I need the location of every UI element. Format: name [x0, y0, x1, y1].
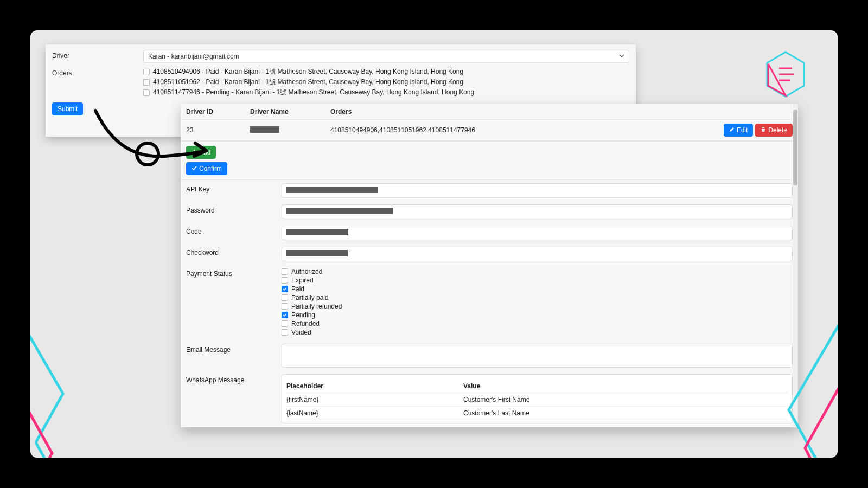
submit-button[interactable]: Submit: [52, 102, 83, 115]
placeholder-table: PlaceholderValue {firstName}Customer's F…: [286, 380, 788, 420]
cell-driver-id: 23: [186, 126, 250, 134]
password-input[interactable]: [282, 204, 793, 219]
api-key-label: API Key: [186, 183, 282, 193]
delete-button[interactable]: Delete: [755, 124, 793, 137]
placeholder-key: {lastName}: [286, 409, 463, 417]
checkword-label: Checkword: [186, 247, 282, 256]
checkbox-icon[interactable]: [282, 320, 288, 327]
checkbox-icon[interactable]: [282, 329, 288, 336]
chevron-down-icon: [619, 53, 624, 60]
status-label: Partially paid: [291, 294, 329, 301]
placeholder-value: Customer's Last Name: [463, 409, 788, 417]
redacted-value: [286, 229, 348, 235]
stage: Driver Karan - karanbijani@gmail.com Ord…: [30, 30, 838, 458]
order-text: 4108510494906 - Paid - Karan Bijani - 1號…: [153, 67, 463, 76]
status-label: Voided: [291, 329, 311, 336]
scrollbar-track[interactable]: [793, 104, 798, 427]
status-checkbox-row[interactable]: Partially refunded: [282, 303, 793, 310]
placeholder-row: {lastName}Customer's Last Name: [286, 407, 788, 420]
orders-label: Orders: [52, 67, 143, 77]
status-label: Refunded: [291, 320, 320, 328]
checkbox-icon[interactable]: [143, 69, 150, 75]
status-label: Expired: [291, 277, 314, 284]
status-checkbox-row[interactable]: Partially paid: [282, 294, 793, 301]
redacted-value: [286, 208, 393, 214]
edit-icon: [729, 126, 735, 134]
email-message-label: Email Message: [186, 344, 282, 354]
checkbox-icon[interactable]: [282, 294, 288, 301]
whatsapp-message-label: WhatsApp Message: [186, 374, 282, 384]
col-driver-name: Driver Name: [250, 108, 330, 115]
redacted-value: [286, 187, 378, 193]
col-placeholder: Placeholder: [286, 382, 463, 390]
edit-button[interactable]: Edit: [724, 124, 754, 137]
placeholder-row: {firstName}Customer's First Name: [286, 393, 788, 407]
whatsapp-message-input[interactable]: PlaceholderValue {firstName}Customer's F…: [282, 374, 793, 423]
api-key-input[interactable]: [282, 183, 793, 198]
confirm-button[interactable]: Confirm: [186, 162, 227, 175]
payment-status-label: Payment Status: [186, 268, 282, 278]
col-orders: Orders: [330, 108, 684, 115]
order-checkbox-row[interactable]: 4108510494906 - Paid - Karan Bijani - 1號…: [143, 67, 629, 76]
col-value: Value: [463, 382, 788, 390]
status-checkbox-row[interactable]: Voided: [282, 329, 793, 336]
status-checkbox-row[interactable]: Refunded: [282, 320, 793, 328]
status-checkbox-row[interactable]: Expired: [282, 277, 793, 284]
status-label: Authorized: [291, 268, 322, 275]
cell-orders: 4108510494906,4108511051962,410851147794…: [330, 126, 684, 134]
driver-table: Driver ID Driver Name Orders 23 41085104…: [181, 104, 798, 142]
code-input[interactable]: [282, 226, 793, 240]
check-icon: [192, 165, 197, 172]
checkword-input[interactable]: [282, 247, 793, 261]
redacted-name: [250, 126, 279, 133]
order-text: 4108511051962 - Paid - Karan Bijani - 1號…: [153, 78, 463, 87]
deco-left: [30, 291, 117, 458]
driver-select[interactable]: Karan - karanbijani@gmail.com: [143, 50, 629, 63]
driver-select-value: Karan - karanbijani@gmail.com: [148, 53, 239, 60]
checkbox-icon[interactable]: [282, 277, 288, 284]
order-checkbox-row[interactable]: 4108511051962 - Paid - Karan Bijani - 1號…: [143, 78, 629, 87]
order-text: 4108511477946 - Pending - Karan Bijani -…: [153, 88, 474, 97]
status-checkbox-row[interactable]: Pending: [282, 311, 793, 319]
driver-label: Driver: [52, 50, 143, 60]
checkbox-icon[interactable]: [282, 268, 288, 275]
password-label: Password: [186, 204, 282, 214]
code-label: Code: [186, 226, 282, 235]
status-checkbox-row[interactable]: Authorized: [282, 268, 793, 275]
checkbox-icon[interactable]: [282, 312, 288, 318]
lower-panel: Driver ID Driver Name Orders 23 41085104…: [181, 104, 798, 427]
scrollbar-thumb[interactable]: [793, 110, 797, 185]
plus-icon: [192, 149, 197, 156]
status-label: Pending: [291, 311, 315, 319]
checkbox-icon[interactable]: [143, 79, 150, 86]
col-driver-id: Driver ID: [186, 108, 250, 115]
redacted-value: [286, 250, 348, 256]
checkbox-icon[interactable]: [143, 89, 150, 96]
order-checkbox-row[interactable]: 4108511477946 - Pending - Karan Bijani -…: [143, 88, 629, 97]
add-button[interactable]: Add: [186, 146, 216, 159]
table-row: 23 4108510494906,4108511051962,410851147…: [181, 120, 798, 141]
placeholder-key: {firstName}: [286, 396, 463, 403]
checkbox-icon[interactable]: [282, 286, 288, 292]
status-checkbox-row[interactable]: Paid: [282, 285, 793, 293]
hex-logo: [764, 50, 807, 99]
trash-icon: [761, 126, 766, 134]
checkbox-icon[interactable]: [282, 303, 288, 310]
status-label: Partially refunded: [291, 303, 342, 310]
email-message-input[interactable]: [282, 344, 793, 368]
placeholder-value: Customer's First Name: [463, 396, 788, 403]
status-label: Paid: [291, 285, 304, 293]
